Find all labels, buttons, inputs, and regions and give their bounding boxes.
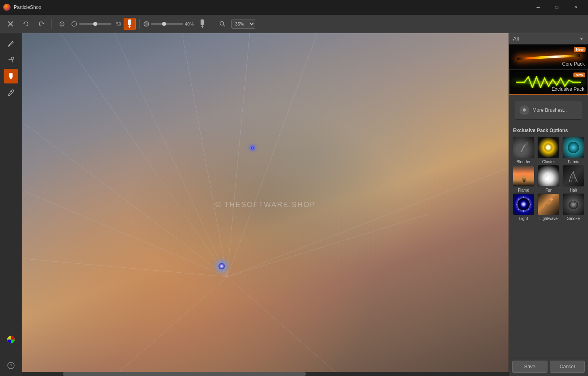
undo-button[interactable] <box>19 17 32 30</box>
brush-name-cluster: Cluster <box>542 160 555 164</box>
brush-item-fabric[interactable]: Fabric <box>561 137 586 164</box>
cancel-tool-button[interactable] <box>4 17 17 30</box>
sidebar-tool-smudge[interactable] <box>4 53 18 67</box>
svg-point-39 <box>568 142 579 153</box>
sidebar-tool-eyedropper[interactable] <box>4 85 18 100</box>
right-panel: All ▼ New Core Pack <box>509 33 588 376</box>
titlebar: ParticleShop ─ □ ✕ <box>0 0 588 15</box>
svg-point-10 <box>144 21 149 26</box>
opacity-pressure-icon <box>199 19 206 28</box>
brush-thumb-smoke <box>562 193 584 215</box>
exclusive-pack-item[interactable]: New Exclusive Pack <box>509 70 588 95</box>
svg-line-53 <box>528 209 529 210</box>
svg-line-15 <box>223 25 225 26</box>
search-icon <box>219 21 226 27</box>
brush-item-lightwave[interactable]: Lightwave <box>537 193 561 221</box>
svg-point-6 <box>72 21 77 26</box>
brush-thumb-flame <box>513 165 535 187</box>
opacity-pressure-button[interactable] <box>196 18 208 30</box>
maximize-button[interactable]: □ <box>547 0 566 15</box>
svg-point-45 <box>517 198 530 210</box>
svg-line-51 <box>528 199 529 200</box>
core-pack-label: Core Pack <box>562 61 585 67</box>
toolbar-separator-2 <box>139 19 140 29</box>
svg-rect-7 <box>128 19 131 25</box>
brush-item-flame[interactable]: Flame <box>511 165 536 192</box>
pressure-icon <box>126 19 133 28</box>
svg-point-17 <box>11 57 14 60</box>
svg-line-16 <box>13 41 13 42</box>
more-brushes-button[interactable]: More Brushes... <box>515 101 582 120</box>
scrollbar-thumb[interactable] <box>63 372 306 376</box>
svg-line-32 <box>114 277 227 376</box>
pack-filter-dropdown[interactable]: All ▼ <box>509 33 588 45</box>
gear-icon <box>520 105 529 115</box>
panel-bottom-buttons: Save Cancel <box>509 357 588 376</box>
canvas-area[interactable]: © THESOFTWARE.SHOP <box>22 33 509 376</box>
svg-rect-18 <box>9 73 13 78</box>
svg-line-26 <box>114 33 227 277</box>
brush-item-fur[interactable]: Fur <box>537 165 561 192</box>
brush-pressure-button[interactable] <box>124 18 136 30</box>
brush-item-smoke[interactable]: Smoke <box>561 193 586 221</box>
brush-item-blender[interactable]: Blender <box>511 137 536 164</box>
zoom-select[interactable]: 35% 50% 75% 100% <box>231 19 255 29</box>
dropdown-arrow-icon: ▼ <box>579 36 584 42</box>
brush-thumb-fur <box>537 165 559 187</box>
brush-thumb-cluster <box>537 137 559 158</box>
brush-thumb-hair <box>562 165 584 187</box>
svg-point-37 <box>525 142 528 145</box>
sidebar-tool-brush[interactable] <box>4 36 18 51</box>
brush-item-light[interactable]: Light <box>511 193 536 221</box>
exclusive-pack-badge: New <box>573 73 585 77</box>
opacity-slider[interactable] <box>151 23 183 25</box>
sidebar-tool-particle[interactable] <box>4 69 18 83</box>
svg-text:?: ? <box>10 363 12 368</box>
brush-name-light: Light <box>519 216 528 221</box>
svg-line-27 <box>182 33 227 277</box>
rotate-tool-button[interactable] <box>56 17 68 30</box>
glow-point-1 <box>218 263 225 269</box>
brush-size-value: 50 <box>113 21 121 26</box>
redo-button[interactable] <box>35 17 48 30</box>
brush-size-group: 50 <box>71 21 121 27</box>
brush-size-icon <box>71 21 77 27</box>
brush-item-hair[interactable]: Hair <box>561 165 586 192</box>
brush-name-lightwave: Lightwave <box>539 216 558 221</box>
more-brushes-container: More Brushes... <box>509 95 588 124</box>
svg-line-33 <box>227 277 340 376</box>
brush-name-hair: Hair <box>570 188 577 192</box>
horizontal-scrollbar[interactable] <box>22 372 509 376</box>
window-controls: ─ □ ✕ <box>529 0 585 15</box>
opacity-icon <box>143 21 149 27</box>
brush-thumb-fabric <box>562 137 584 158</box>
app-title: ParticleShop <box>14 4 529 10</box>
svg-point-54 <box>550 198 553 201</box>
more-brushes-label: More Brushes... <box>532 107 567 113</box>
sidebar-tool-color-wheel[interactable] <box>4 332 18 347</box>
save-button[interactable]: Save <box>512 361 547 373</box>
opacity-group: 40% <box>143 21 194 27</box>
brush-item-cluster[interactable]: Cluster <box>537 137 561 164</box>
close-button[interactable]: ✕ <box>566 0 585 15</box>
core-pack-item[interactable]: New Core Pack <box>509 45 588 70</box>
minimize-button[interactable]: ─ <box>529 0 547 15</box>
cancel-button[interactable]: Cancel <box>550 361 585 373</box>
svg-line-29 <box>227 33 317 277</box>
core-pack-badge: New <box>574 47 586 52</box>
brush-thumb-lightwave <box>537 193 559 215</box>
exclusive-pack-label: Exclusive Pack <box>552 86 584 92</box>
light-rays-svg <box>22 33 509 376</box>
search-button[interactable] <box>216 17 229 30</box>
svg-rect-11 <box>201 19 204 25</box>
toolbar: 50 40% 35% 50% 75% 100% <box>0 15 588 33</box>
help-button[interactable]: ? <box>4 358 18 373</box>
svg-line-28 <box>227 33 250 277</box>
brush-size-slider[interactable] <box>79 23 111 25</box>
pack-options-title: Exclusive Pack Options <box>509 124 588 136</box>
svg-point-38 <box>543 143 553 152</box>
brush-name-blender: Blender <box>517 160 530 164</box>
brush-grid: Blender Cluster <box>509 136 588 222</box>
toolbar-separator-1 <box>51 19 52 29</box>
svg-line-35 <box>227 169 507 277</box>
